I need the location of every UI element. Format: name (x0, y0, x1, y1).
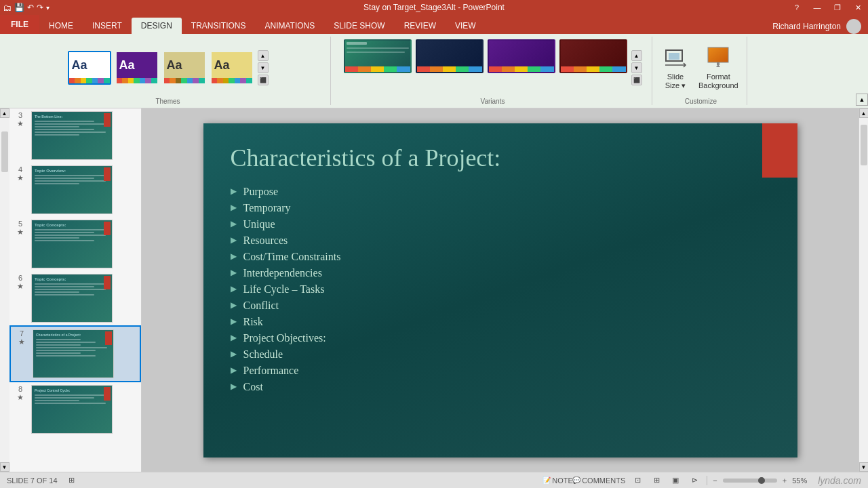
more-quick[interactable]: ▾ (46, 4, 50, 12)
status-bar: SLIDE 7 OF 14 ⊞ 📝 NOTES 💬 COMMENTS ⊡ ⊞ ▣… (0, 472, 868, 488)
slide-title: Characteristics of a Project: (231, 144, 770, 172)
variants-scroll-more[interactable]: ⬛ (631, 75, 642, 85)
bullet-lifecycle: ▶Life Cycle – Tasks (231, 283, 770, 296)
zoom-out-btn[interactable]: − (713, 476, 717, 485)
user-avatar[interactable] (846, 19, 861, 34)
variants-scroll-down[interactable]: ▼ (631, 62, 642, 73)
scroll-down-btn[interactable]: ▼ (0, 462, 9, 472)
themes-scroll-up[interactable]: ▲ (258, 50, 269, 61)
zoom-thumb (758, 477, 765, 484)
slides-left-scrollbar[interactable]: ▲ ▼ (0, 108, 9, 472)
customize-section: SlideSize ▾ (655, 37, 747, 105)
variant-3[interactable] (488, 39, 555, 73)
variants-grid: ▲ ▼ ⬛ (344, 37, 642, 96)
scroll-track[interactable] (0, 118, 9, 462)
tab-review[interactable]: REVIEW (395, 18, 446, 34)
canvas-area: Characteristics of a Project: ▶Purpose ▶… (142, 108, 859, 472)
scroll-thumb[interactable] (1, 131, 8, 172)
main-area: ▲ ▼ 3 ★ The Bottom Line: (0, 108, 868, 472)
zoom-in-btn[interactable]: + (783, 476, 787, 485)
comments-btn[interactable]: 💬 COMMENTS (572, 475, 625, 486)
slide-thumb-8[interactable]: Project Control Cycle: (31, 385, 113, 434)
slide-thumb-5[interactable]: Topic Concepts: (31, 220, 113, 268)
bullet-project-objectives: ▶Project Objectives: (231, 332, 770, 344)
slide-size-button[interactable]: SlideSize ▾ (660, 43, 690, 93)
slide-item-8[interactable]: 8 ★ Project Control Cycle: (9, 382, 141, 436)
variant-4[interactable] (559, 39, 627, 73)
slides-panel: 3 ★ The Bottom Line: 4 ★ (9, 108, 142, 472)
tab-slideshow[interactable]: SLIDE SHOW (324, 18, 394, 34)
themes-section: Aa Aa (5, 37, 331, 105)
themes-scroll-down[interactable]: ▼ (258, 62, 269, 73)
right-scroll-track[interactable] (859, 118, 869, 462)
slide-thumb-3[interactable]: The Bottom Line: (31, 111, 113, 160)
variants-scroll[interactable]: ▲ ▼ ⬛ (631, 39, 642, 96)
window-controls[interactable]: ? — ❐ ✕ (787, 0, 868, 15)
lynda-logo: lynda.com (818, 475, 861, 486)
slideshow-btn[interactable]: ⊳ (688, 475, 701, 486)
tab-view[interactable]: VIEW (446, 18, 486, 34)
help-btn[interactable]: ? (787, 0, 807, 15)
slide-thumb-7[interactable]: Characteristics of a Project: (33, 329, 114, 378)
close-btn[interactable]: ✕ (848, 0, 868, 15)
bullet-purpose: ▶Purpose (231, 186, 770, 198)
slide-item-5[interactable]: 5 ★ Topic Concepts: (9, 217, 141, 271)
right-scroll-down[interactable]: ▼ (859, 462, 869, 472)
right-scroll-thumb[interactable] (861, 125, 867, 165)
reading-view-btn[interactable]: ▣ (669, 475, 682, 486)
redo-quick[interactable]: ↷ (37, 3, 43, 12)
slide-red-decoration (762, 123, 797, 178)
customize-label: Customize (685, 96, 717, 105)
svg-rect-1 (669, 53, 679, 60)
notes-btn[interactable]: 📝 NOTES (553, 475, 567, 486)
window-title: Stay on Target_Stage3Alt - PowerPoint (363, 3, 505, 12)
theme-purple[interactable]: Aa (115, 51, 159, 85)
bullet-risk: ▶Risk (231, 316, 770, 328)
right-scrollbar[interactable]: ▲ ▼ (859, 108, 868, 472)
slide-thumb-6[interactable]: Topic Concepts: (31, 274, 113, 323)
bullet-schedule: ▶Schedule (231, 348, 770, 361)
slide-item-7[interactable]: 7 ★ Characteristics of a Project: (9, 325, 141, 382)
theme-office[interactable]: Aa (68, 51, 111, 85)
variants-label: Variants (481, 96, 505, 105)
title-bar: 🗂 💾 ↶ ↷ ▾ Stay on Target_Stage3Alt - Pow… (0, 0, 868, 15)
bullet-interdependencies: ▶Interdependencies (231, 267, 770, 279)
minimize-btn[interactable]: — (807, 0, 827, 15)
scroll-up-btn[interactable]: ▲ (0, 108, 9, 118)
slide-sorter-btn[interactable]: ⊞ (650, 475, 663, 486)
theme-tan[interactable]: Aa (163, 51, 206, 85)
format-bg-icon (706, 45, 730, 70)
slide-thumb-4[interactable]: Topic Overview: (31, 165, 113, 214)
themes-scroll[interactable]: ▲ ▼ ⬛ (258, 50, 269, 85)
tab-home[interactable]: HOME (39, 18, 83, 34)
themes-scroll-more[interactable]: ⬛ (258, 75, 269, 85)
tab-design[interactable]: DESIGN (132, 18, 182, 34)
slide-size-icon (663, 45, 688, 70)
save-quick[interactable]: 💾 (14, 3, 24, 12)
ribbon-collapse-btn[interactable]: ▲ (856, 94, 868, 106)
tab-file[interactable]: FILE (0, 15, 39, 34)
variant-1[interactable] (344, 39, 412, 73)
slide-bullets: ▶Purpose ▶Temporary ▶Unique ▶Resources ▶… (231, 186, 770, 393)
ribbon-tabs-bar: FILE HOME INSERT DESIGN TRANSITIONS ANIM… (0, 15, 868, 34)
tab-transitions[interactable]: TRANSITIONS (182, 18, 256, 34)
slide-item-3[interactable]: 3 ★ The Bottom Line: (9, 108, 141, 163)
zoom-level[interactable]: 55% (792, 476, 812, 485)
variant-2[interactable] (416, 39, 484, 73)
variants-scroll-up[interactable]: ▲ (631, 50, 642, 61)
zoom-slider[interactable] (723, 479, 777, 483)
tab-animations[interactable]: ANIMATIONS (255, 18, 324, 34)
normal-view-btn[interactable]: ⊡ (631, 475, 644, 486)
bullet-cost: ▶Cost (231, 381, 770, 393)
theme-yellow[interactable]: Aa (210, 51, 254, 85)
slide-canvas[interactable]: Characteristics of a Project: ▶Purpose ▶… (203, 123, 797, 458)
right-scroll-up[interactable]: ▲ (859, 108, 869, 118)
presentation-view-icon[interactable]: ⊞ (68, 476, 75, 485)
bullet-temporary: ▶Temporary (231, 202, 770, 214)
format-background-button[interactable]: FormatBackground (696, 43, 741, 93)
undo-quick[interactable]: ↶ (27, 3, 34, 12)
slide-item-4[interactable]: 4 ★ Topic Overview: (9, 163, 141, 217)
slide-item-6[interactable]: 6 ★ Topic Concepts: (9, 271, 141, 325)
tab-insert[interactable]: INSERT (83, 18, 132, 34)
restore-btn[interactable]: ❐ (827, 0, 848, 15)
